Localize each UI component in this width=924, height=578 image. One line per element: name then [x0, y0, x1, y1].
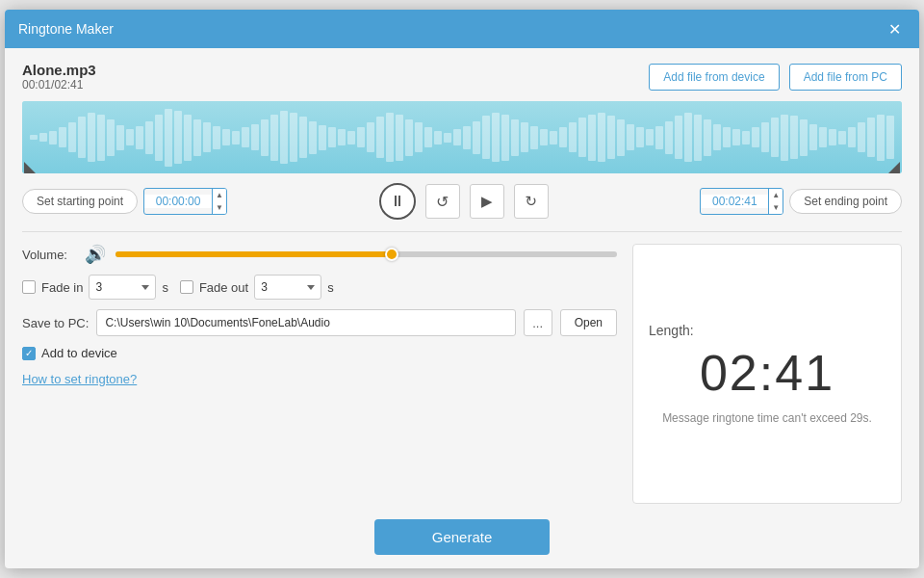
length-time: 02:41 — [700, 344, 834, 402]
replay-icon: ↺ — [436, 193, 449, 211]
fade-row: Fade in 3125 s Fade out 3125 s — [22, 275, 617, 300]
file-info: Alone.mp3 00:01/02:41 — [22, 62, 96, 92]
replay-button[interactable]: ↺ — [425, 184, 460, 219]
title-bar: Ringtone Maker ✕ — [5, 10, 919, 48]
start-time-input-box: ▲ ▼ — [143, 188, 227, 215]
fade-out-unit: s — [327, 280, 334, 295]
volume-label: Volume: — [22, 248, 75, 262]
length-label: Length: — [649, 323, 694, 338]
end-time-up[interactable]: ▲ — [769, 189, 783, 201]
fade-out-checkbox[interactable] — [180, 280, 193, 294]
start-time-spinners: ▲ ▼ — [212, 189, 226, 214]
play-icon: ▶ — [481, 193, 493, 210]
add-file-device-button[interactable]: Add file from device — [649, 64, 779, 91]
volume-icon: 🔊 — [85, 244, 106, 265]
volume-row: Volume: 🔊 — [22, 244, 617, 265]
fade-out-item: Fade out 3125 s — [180, 275, 334, 300]
set-end-button[interactable]: Set ending point — [789, 189, 902, 214]
save-label: Save to PC: — [22, 316, 89, 330]
add-to-device-checkbox[interactable]: ✓ — [22, 347, 36, 360]
start-time-input[interactable] — [144, 195, 212, 208]
add-to-device-label: Add to device — [41, 346, 117, 360]
length-note: Message ringtone time can't exceed 29s. — [662, 411, 872, 425]
start-time-down[interactable]: ▼ — [213, 201, 226, 214]
top-buttons: Add file from device Add file from PC — [649, 64, 902, 91]
add-device-row: ✓ Add to device — [22, 346, 617, 360]
volume-thumb[interactable] — [385, 248, 398, 261]
end-time-input-box: ▲ ▼ — [700, 188, 783, 215]
volume-slider[interactable] — [116, 251, 617, 257]
waveform-lines — [22, 101, 902, 173]
end-time-input[interactable] — [701, 195, 768, 208]
content-area: Alone.mp3 00:01/02:41 Add file from devi… — [5, 48, 919, 568]
fade-out-label: Fade out — [199, 280, 248, 295]
set-start-button[interactable]: Set starting point — [22, 189, 138, 214]
pause-icon: ⏸ — [390, 193, 405, 210]
file-name: Alone.mp3 — [22, 62, 96, 78]
open-button[interactable]: Open — [560, 309, 617, 336]
generate-button[interactable]: Generate — [374, 519, 551, 555]
fade-in-select[interactable]: 3125 — [89, 275, 156, 300]
fade-in-checkbox[interactable] — [22, 280, 36, 294]
close-button[interactable]: ✕ — [883, 17, 906, 40]
reset-button[interactable]: ↺ — [514, 184, 549, 219]
divider — [22, 231, 902, 232]
play-button[interactable]: ▶ — [470, 184, 504, 219]
top-row: Alone.mp3 00:01/02:41 Add file from devi… — [22, 62, 902, 92]
save-row: Save to PC: ... Open — [22, 309, 617, 336]
reset-icon: ↺ — [525, 193, 537, 210]
file-time: 00:01/02:41 — [22, 78, 96, 92]
length-panel: Length: 02:41 Message ringtone time can'… — [632, 244, 902, 504]
fade-in-unit: s — [162, 280, 168, 295]
fade-out-select[interactable]: 3125 — [254, 275, 321, 300]
waveform-container[interactable] — [22, 101, 902, 173]
help-link-container: How to set ringtone? — [22, 370, 617, 387]
main-window: Ringtone Maker ✕ Alone.mp3 00:01/02:41 A… — [5, 10, 919, 568]
add-file-pc-button[interactable]: Add file from PC — [789, 64, 902, 91]
fade-in-item: Fade in 3125 s — [22, 275, 168, 300]
end-time-down[interactable]: ▼ — [769, 201, 783, 214]
bottom-section: Volume: 🔊 Fade in 3125 s — [22, 244, 902, 504]
start-time-up[interactable]: ▲ — [213, 189, 226, 201]
fade-in-label: Fade in — [41, 280, 83, 295]
help-link[interactable]: How to set ringtone? — [22, 372, 137, 386]
controls-row: Set starting point ▲ ▼ ⏸ ↺ ▶ — [22, 183, 902, 220]
volume-fill — [116, 251, 392, 257]
end-time-spinners: ▲ ▼ — [768, 189, 783, 214]
pause-button[interactable]: ⏸ — [379, 183, 416, 220]
start-group: Set starting point ▲ ▼ — [22, 188, 227, 215]
end-group: ▲ ▼ Set ending point — [700, 188, 902, 215]
left-panel: Volume: 🔊 Fade in 3125 s — [22, 244, 617, 504]
generate-row: Generate — [22, 513, 902, 555]
center-controls: ⏸ ↺ ▶ ↺ — [379, 183, 549, 220]
window-title: Ringtone Maker — [18, 21, 114, 37]
save-path-input[interactable] — [96, 309, 515, 336]
browse-button[interactable]: ... — [524, 309, 552, 336]
